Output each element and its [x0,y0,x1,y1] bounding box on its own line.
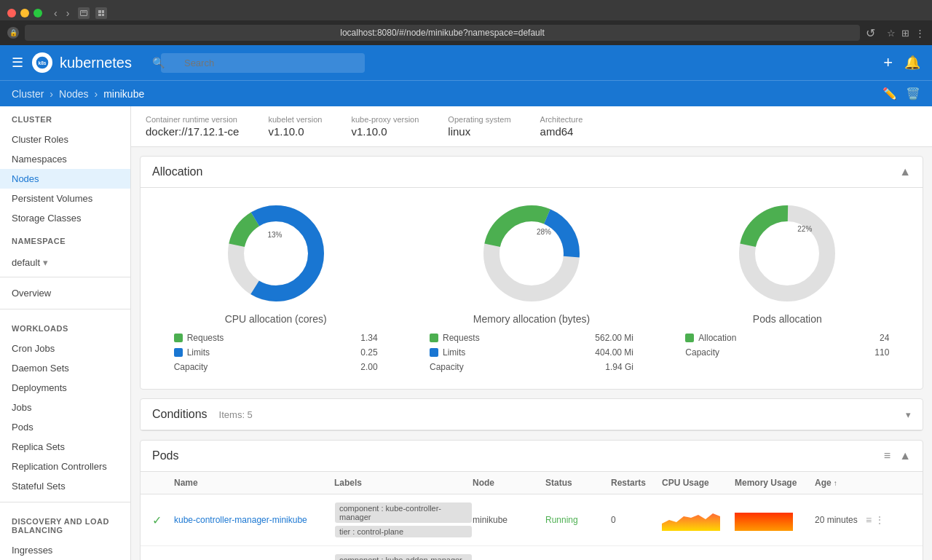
table-row: ✓ kube-controller-manager-minikube compo… [141,494,923,546]
row1-label-2: tier : control-plane [335,526,472,537]
os-value: linux [448,125,510,138]
col-status-text: Status [545,478,611,488]
row1-actions: ≡ ⋮ [866,514,888,526]
minimize-button[interactable] [20,9,29,17]
row1-more-icon[interactable]: ⋮ [874,514,885,526]
sidebar-item-deployments[interactable]: Deployments [0,378,130,398]
pods-header: Pods ≡ ▲ [141,441,923,472]
app-body: Cluster Cluster Roles Namespaces Nodes P… [0,106,932,560]
sidebar-item-storage-classes[interactable]: Storage Classes [0,208,130,228]
sidebar-item-ingresses[interactable]: Ingresses [0,540,130,560]
col-labels: Labels [334,478,473,488]
kube-proxy-label: kube-proxy version [351,115,419,124]
row1-name[interactable]: kube-controller-manager-minikube [174,515,334,525]
separator-2: › [95,88,98,100]
delete-icon[interactable]: 🗑️ [906,87,920,100]
namespace-value: default [12,257,40,268]
sidebar-item-replication-controllers[interactable]: Replication Controllers [0,457,130,476]
pods-capacity-row: Capacity 110 [685,345,889,360]
col-name: Name [174,478,334,488]
info-container-runtime: Container runtime version docker://17.12… [146,115,239,138]
nav-forward[interactable]: › [63,6,73,20]
col-status [152,478,174,488]
address-bar[interactable]: localhost:8080/#/node/minikube?namespace… [25,25,860,41]
svg-marker-10 [662,513,720,531]
conditions-section: Conditions Items: 5 ▾ [140,398,923,431]
bookmark-icon[interactable]: ☆ [887,28,896,39]
info-os: Operating system linux [448,115,510,138]
sidebar-item-cluster-roles[interactable]: Cluster Roles [0,130,130,149]
pods-title: Pods [152,449,178,462]
pods-chart-item: 22% Pods allocation Allocation 24 Capaci… [667,202,908,374]
edit-icon[interactable]: ✏️ [882,87,897,100]
row1-restarts: 0 [611,515,662,525]
sort-icon: ↑ [834,479,837,487]
filter-icon[interactable]: ≡ [884,449,890,462]
hamburger-menu[interactable]: ☰ [12,55,32,71]
sidebar-item-cron-jobs[interactable]: Cron Jobs [0,339,130,358]
cpu-capacity-value: 2.00 [360,362,377,372]
allocation-header[interactable]: Allocation ▲ [141,157,923,188]
cluster-section-title: Cluster [12,115,119,124]
memory-requests-row: Requests 562.00 Mi [430,331,633,345]
namespace-section-title: Namespace [12,237,119,245]
allocation-collapse-icon: ▲ [899,165,911,178]
separator-1: › [50,88,53,100]
conditions-header[interactable]: Conditions Items: 5 ▾ [141,399,923,430]
table-row: ✓ kube-addon-manager-minikube component … [141,546,923,560]
divider-1 [0,277,130,277]
refresh-icon[interactable]: ↺ [866,26,875,40]
cpu-capacity-row: Capacity 2.00 [174,360,378,374]
sidebar-item-jobs[interactable]: Jobs [0,398,130,417]
memory-requests-dot [430,334,438,342]
svg-marker-11 [735,513,793,531]
sidebar-item-pods[interactable]: Pods [0,417,130,437]
cpu-donut: 13% 67% [225,202,327,304]
arch-value: amd64 [540,125,583,138]
row1-menu-icon[interactable]: ≡ [866,514,872,526]
row2-label-1: component : kube-addon-manager [335,554,472,560]
cpu-chart-item: 13% 67% CPU allocation (cores) Requests … [155,202,396,374]
search-input[interactable] [161,53,365,73]
nav-back[interactable]: ‹ [51,6,60,20]
pods-allocation-dot [685,334,694,342]
kubelet-value: v1.10.0 [268,125,322,138]
table-header: Name Labels Node Status Restarts CPU Usa… [141,472,923,494]
container-runtime-value: docker://17.12.1-ce [146,125,239,138]
collapse-pods-icon[interactable]: ▲ [899,449,911,462]
sidebar-section-namespace: Namespace [0,228,130,251]
notification-icon[interactable]: 🔔 [904,55,920,71]
sidebar-section-discovery: Discovery and Load Balancing [0,508,130,540]
main-content: Container runtime version docker://17.12… [131,106,932,560]
app-title: kubernetes [60,55,132,71]
breadcrumb-nodes[interactable]: Nodes [59,88,88,100]
kubernetes-logo: k8s [32,52,52,73]
maximize-button[interactable] [33,9,42,17]
add-icon[interactable]: + [883,53,893,72]
sidebar-section-workloads: Workloads [0,315,130,339]
close-button[interactable] [7,9,16,17]
sidebar-item-overview[interactable]: Overview [0,283,130,303]
svg-text:k8s: k8s [38,60,46,66]
row1-node: minikube [473,515,545,525]
sidebar-item-replica-sets[interactable]: Replica Sets [0,437,130,457]
app-header: ☰ k8s kubernetes 🔍 + 🔔 [0,45,932,80]
menu-dots-icon[interactable]: ⋮ [915,28,925,39]
namespace-select[interactable]: default ▾ [9,254,122,271]
extensions-icon[interactable]: ⊞ [901,28,909,39]
cpu-limits-value: 0.25 [360,347,377,358]
url-text: localhost:8080/#/node/minikube?namespace… [340,28,545,38]
sidebar-item-nodes[interactable]: Nodes [0,169,130,189]
sidebar-item-persistent-volumes[interactable]: Persistent Volumes [0,189,130,208]
breadcrumb-cluster[interactable]: Cluster [12,88,44,100]
col-actions [866,478,888,488]
row1-status-icon: ✓ [152,513,174,527]
sidebar-item-namespaces[interactable]: Namespaces [0,149,130,169]
sidebar-section-cluster: Cluster [0,106,130,130]
sidebar-item-daemon-sets[interactable]: Daemon Sets [0,358,130,378]
cpu-requests-dot [174,334,183,342]
col-age: Age ↑ [815,478,866,488]
sidebar-item-stateful-sets[interactable]: Stateful Sets [0,476,130,496]
col-restarts: Restarts [611,478,662,488]
search-wrap: 🔍 [146,53,365,73]
